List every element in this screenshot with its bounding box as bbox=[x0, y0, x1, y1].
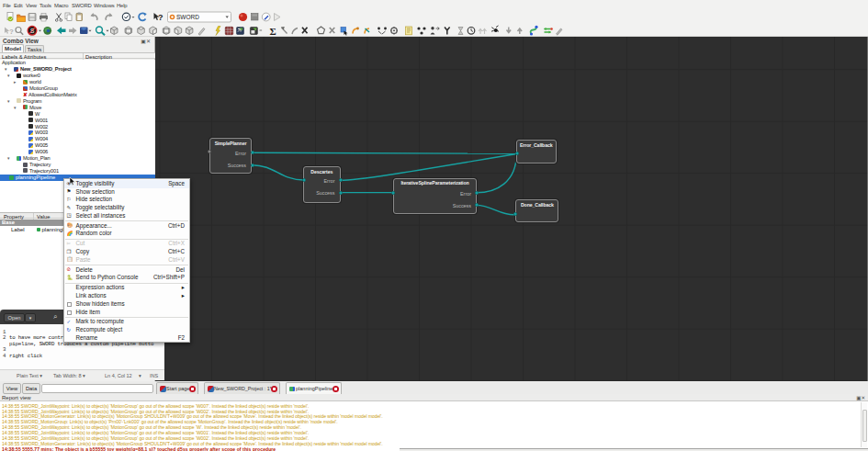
svg-text:SWORD: SWORD bbox=[176, 14, 199, 20]
svg-text:S: S bbox=[30, 28, 35, 34]
svg-text:Σ: Σ bbox=[270, 26, 276, 37]
svg-text:?: ? bbox=[9, 28, 14, 36]
svg-text:?: ? bbox=[158, 13, 163, 22]
